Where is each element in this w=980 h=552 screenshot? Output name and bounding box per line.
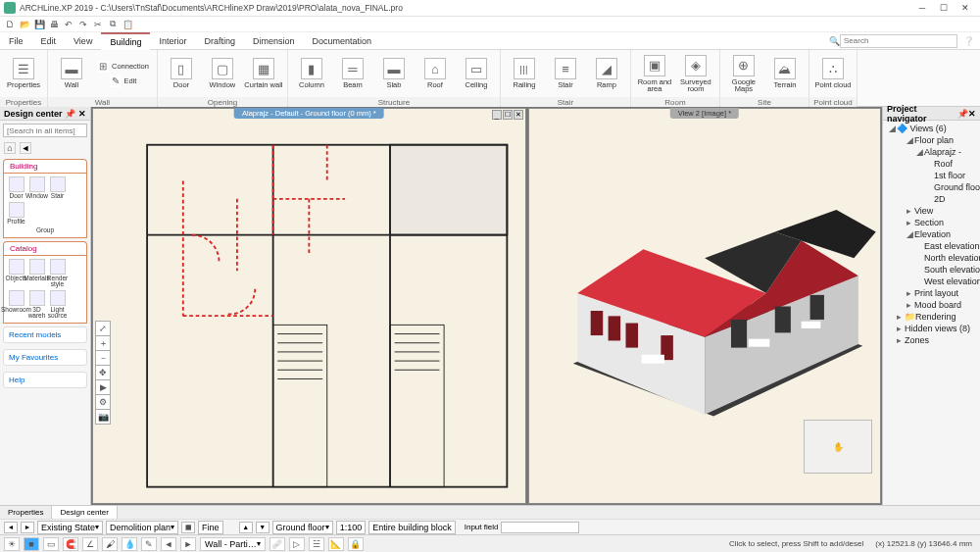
tab-building[interactable]: Building <box>101 32 150 50</box>
next-icon[interactable]: ► <box>180 537 196 551</box>
pencil-icon[interactable]: ✎ <box>141 537 157 551</box>
point-cloud-button[interactable]: ∴Point cloud <box>813 52 853 95</box>
roof-button[interactable]: ⌂Roof <box>416 52 455 95</box>
zoom-extents-icon[interactable]: ⤢ <box>95 321 111 336</box>
tree-node[interactable]: ◢Floor plan <box>885 134 978 146</box>
column-button[interactable]: ▮Column <box>292 52 331 95</box>
tree-root[interactable]: ◢🔷 Views (6) <box>885 123 978 134</box>
layers-icon[interactable]: ☱ <box>309 537 324 551</box>
bottom-tab-design-center[interactable]: Design center <box>52 506 117 519</box>
dropper-icon[interactable]: 💧 <box>122 537 137 551</box>
tree-node[interactable]: ▸Print layout <box>885 287 978 299</box>
tree-node[interactable]: 1st floor <box>885 170 978 181</box>
grid-icon[interactable]: ▦ <box>181 522 195 533</box>
curtain-wall-button[interactable]: ▦Curtain wall <box>244 52 283 95</box>
angle-icon[interactable]: ∠ <box>82 537 98 551</box>
camera-icon[interactable]: 📷 <box>95 409 111 425</box>
scale-dropdown[interactable]: 1:100 <box>336 521 367 534</box>
existing-state-dropdown[interactable]: Existing State ▾ <box>37 521 103 534</box>
panel-close-icon[interactable]: ✕ <box>78 109 86 119</box>
design-center-search-input[interactable] <box>3 124 87 137</box>
nav-right-icon[interactable]: ► <box>21 522 34 533</box>
color-icon[interactable]: ■ <box>24 537 39 551</box>
help-link[interactable]: Help <box>3 372 87 388</box>
tab-drafting[interactable]: Drafting <box>195 32 244 50</box>
sun-icon[interactable]: ☀ <box>4 537 20 551</box>
zoom-out-icon[interactable]: － <box>95 350 111 366</box>
ribbon-search-input[interactable] <box>840 34 957 48</box>
qat-undo-icon[interactable]: ↶ <box>63 19 74 30</box>
catalog-item-light-source[interactable]: Light source <box>48 290 67 320</box>
slab-button[interactable]: ▬Slab <box>374 52 414 95</box>
demolition-plan-dropdown[interactable]: Demolition plan ▾ <box>106 521 178 534</box>
catalog-item-window[interactable]: Window <box>27 176 46 200</box>
qat-open-icon[interactable]: 📂 <box>19 19 30 30</box>
catalog-item-door[interactable]: Door <box>7 176 25 200</box>
play-icon[interactable]: ▷ <box>289 537 305 551</box>
railing-button[interactable]: ⫼Railing <box>505 52 544 95</box>
tree-node[interactable]: ◢Elevation <box>885 228 978 240</box>
catalog-category-tab[interactable]: Catalog <box>3 241 87 255</box>
ceiling-button[interactable]: ▭Ceiling <box>457 52 496 95</box>
tree-node[interactable]: East elevation <box>885 240 978 252</box>
catalog-item-stair[interactable]: Stair <box>48 176 67 200</box>
fine-dropdown[interactable]: Fine <box>198 521 223 534</box>
minimize-button[interactable]: ─ <box>911 1 933 16</box>
tree-node[interactable]: 2D <box>885 193 978 205</box>
orbit-icon[interactable]: ✋ <box>833 442 844 452</box>
eraser-icon[interactable]: 🩹 <box>270 537 285 551</box>
qat-copy-icon[interactable]: ⧉ <box>107 19 119 30</box>
nav-left-icon[interactable]: ◄ <box>4 522 18 533</box>
tab-dimension[interactable]: Dimension <box>244 32 304 50</box>
recent-models-link[interactable]: Recent models <box>3 326 87 343</box>
floor-down-icon[interactable]: ▼ <box>256 522 270 533</box>
tab-edit[interactable]: Edit <box>32 32 66 50</box>
tree-node[interactable]: Ground floor <box>885 181 978 193</box>
qat-save-icon[interactable]: 💾 <box>33 19 45 30</box>
tab-documentation[interactable]: Documentation <box>303 32 380 50</box>
tree-node[interactable]: ▸Mood board <box>885 299 978 311</box>
brush-icon[interactable]: 🖌 <box>102 537 118 551</box>
ramp-button[interactable]: ◢Ramp <box>587 52 626 95</box>
lock-icon[interactable]: 🔒 <box>348 537 364 551</box>
rect-tool-icon[interactable]: ▭ <box>43 537 59 551</box>
google-maps-button[interactable]: ⊕Google Maps <box>724 52 763 95</box>
tree-node[interactable]: ▸📁Rendering <box>885 311 978 323</box>
door-button[interactable]: ▯Door <box>162 52 201 95</box>
command-input[interactable] <box>501 522 579 533</box>
tree-node[interactable]: ▸Zones <box>885 334 978 346</box>
window-button[interactable]: ▢Window <box>203 52 242 95</box>
terrain-button[interactable]: ⛰Terrain <box>765 52 805 95</box>
tree-node[interactable]: ▸View <box>885 205 978 217</box>
room-and-area-button[interactable]: ▣Room and area <box>635 52 674 95</box>
navigation-cube[interactable]: ✋ <box>804 420 872 474</box>
my-favourites-link[interactable]: My Favourites <box>3 349 87 366</box>
catalog-item-profile[interactable]: Profile <box>7 202 25 226</box>
connection-button[interactable]: ⊞Connection <box>93 60 153 74</box>
tree-node[interactable]: South elevation <box>885 264 978 276</box>
tree-node[interactable]: West elevation <box>885 276 978 287</box>
edit-button[interactable]: ✎Edit <box>93 75 153 88</box>
catalog-item-showroom[interactable]: Showroom <box>7 290 25 320</box>
floor-up-icon[interactable]: ▲ <box>239 522 253 533</box>
qat-print-icon[interactable]: 🖶 <box>48 19 60 30</box>
navigator-close-icon[interactable]: ✕ <box>968 109 976 119</box>
measure-icon[interactable]: 📐 <box>328 537 344 551</box>
wall-type-dropdown[interactable]: Wall - Parti… ▾ <box>200 537 266 551</box>
catalog-item-render-style[interactable]: Render style <box>48 259 67 288</box>
tab-file[interactable]: File <box>0 32 32 50</box>
wall-button[interactable]: ▬Wall <box>52 52 91 95</box>
qat-redo-icon[interactable]: ↷ <box>77 19 89 30</box>
mode-dropdown[interactable]: Entire building block <box>368 521 456 534</box>
stair-button[interactable]: ≡Stair <box>546 52 585 95</box>
tree-node[interactable]: ▸Section <box>885 217 978 228</box>
prev-icon[interactable]: ◄ <box>161 537 176 551</box>
qat-paste-icon[interactable]: 📋 <box>122 19 133 30</box>
arrow-right-icon[interactable]: ▶ <box>95 379 111 395</box>
close-button[interactable]: ✕ <box>955 1 976 16</box>
navigator-pin-icon[interactable]: 📌 <box>957 109 968 119</box>
catalog-item-objects[interactable]: Objects <box>7 259 25 288</box>
tree-node[interactable]: North elevation <box>885 252 978 264</box>
tree-node[interactable]: ◢Alaprajz - <box>885 146 978 158</box>
tree-node[interactable]: Roof <box>885 158 978 170</box>
